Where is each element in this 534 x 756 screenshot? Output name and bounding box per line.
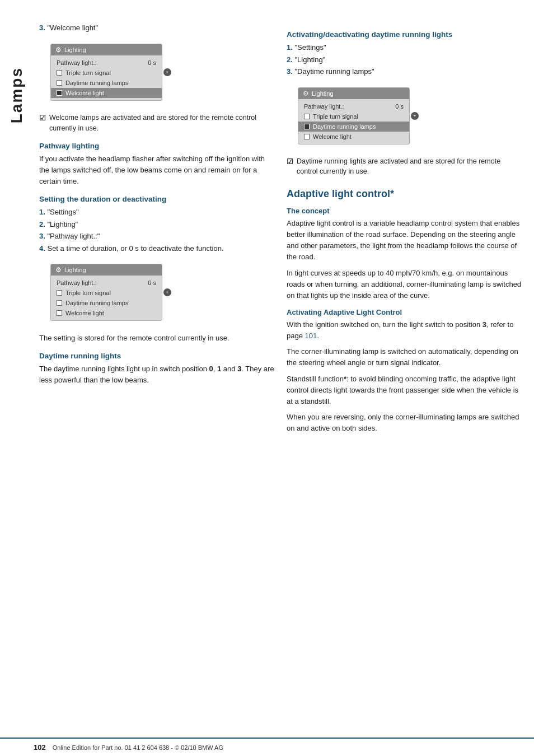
menu3: ⚙ Lighting Pathway light.: 0 s: [298, 87, 410, 144]
act-step2-num: 2.: [287, 55, 293, 64]
menu2-item-2: Daytime running lamps: [51, 298, 162, 308]
menu3-item-2: Daytime running lamps: [298, 122, 409, 132]
concept-heading: The concept: [287, 207, 523, 215]
content-area: 3. "Welcome light" ⚙ Lighting Pathway li…: [34, 0, 534, 756]
standstill-asterisk: *: [344, 375, 346, 383]
step3-num: 3.: [39, 24, 45, 32]
note2-text: The setting is stored for the remote con…: [39, 333, 275, 344]
daytime-text: The daytime running lights light up in s…: [39, 363, 275, 386]
sidebar: Lamps: [0, 0, 34, 756]
note3-block: ☑ Daytime running lights are activated a…: [287, 156, 523, 178]
note1-text: Welcome lamps are activated and are stor…: [49, 113, 275, 134]
pathway-text: If you activate the headlamp flasher aft…: [39, 153, 275, 187]
menu1-checkbox3: [57, 90, 62, 96]
menu2-checkbox2: [57, 300, 62, 306]
step3-text: "Welcome light": [47, 24, 98, 32]
menu2-item3-label: Welcome light: [65, 310, 104, 316]
act-step3-num: 3.: [287, 67, 293, 76]
menu1-title: Lighting: [64, 46, 86, 53]
menu2-wrapper: ⚙ Lighting Pathway light.: 0 s: [39, 258, 162, 326]
note1-block: ☑ Welcome lamps are activated and are st…: [39, 113, 275, 134]
setting-steps: 1. "Settings" 2. "Lighting" 3. "Pathway …: [39, 207, 275, 254]
menu3-item0-value: 0 s: [395, 103, 404, 110]
menu3-wrapper: ⚙ Lighting Pathway light.: 0 s: [287, 82, 410, 150]
menu2-item0-value: 0 s: [148, 279, 156, 286]
sidebar-label: Lamps: [8, 67, 26, 123]
menu2-items: Pathway light.: 0 s Triple turn signal: [51, 276, 162, 320]
note3-text: Daytime running lights are activated and…: [297, 156, 523, 178]
menu1: ⚙ Lighting Pathway light.: 0 s: [50, 44, 162, 101]
menu1-item-3: Welcome light: [51, 88, 162, 98]
menu2-side-btn: +: [163, 288, 171, 296]
menu3-item0-label: Pathway light.:: [304, 103, 344, 110]
menu3-item1-label: Triple turn signal: [313, 113, 358, 120]
menu2-checkbox1: [57, 290, 62, 296]
menu2-title-bar: ⚙ Lighting: [51, 264, 162, 276]
setting-step3: 3. "Pathway light.:": [39, 231, 275, 242]
act-step3-text: "Daytime running lamps": [294, 67, 374, 76]
menu2-item-1: Triple turn signal: [51, 288, 162, 298]
setting-heading: Setting the duration or deactivating: [39, 195, 275, 203]
setting-step2: 2. "Lighting": [39, 219, 275, 230]
menu1-checkbox1: [57, 70, 62, 76]
menu3-checkbox3: [304, 134, 310, 139]
menu1-item-0: Pathway light.: 0 s: [51, 58, 162, 68]
bold-1: 1: [217, 365, 221, 373]
step4-text: Set a time of duration, or 0 s to deacti…: [47, 244, 223, 253]
page-101-link[interactable]: 101: [305, 332, 317, 340]
menu1-item-2: Daytime running lamps: [51, 78, 162, 88]
adaptive-activate-heading: Activating Adaptive Light Control: [287, 308, 523, 316]
menu3-item-3: Welcome light: [298, 132, 409, 142]
menu2: ⚙ Lighting Pathway light.: 0 s: [50, 264, 162, 321]
menu1-items: Pathway light.: 0 s Triple turn signal: [51, 55, 162, 100]
step4-num: 4.: [39, 244, 45, 253]
menu3-item-0: Pathway light.: 0 s: [298, 101, 409, 111]
menu1-item0-value: 0 s: [148, 59, 156, 66]
menu1-item2-label: Daytime running lamps: [65, 80, 129, 86]
menu2-item2-label: Daytime running lamps: [65, 300, 129, 306]
act-step1-text: "Settings": [294, 43, 326, 52]
left-column: 3. "Welcome light" ⚙ Lighting Pathway li…: [39, 22, 275, 745]
step2-num: 2.: [39, 220, 45, 228]
note3-icon: ☑: [287, 156, 293, 167]
menu3-item-1: Triple turn signal: [298, 111, 409, 122]
menu3-title: Lighting: [312, 90, 334, 97]
menu1-wrapper: ⚙ Lighting Pathway light.: 0 s: [39, 38, 162, 106]
pathway-heading: Pathway lighting: [39, 142, 275, 150]
act-step3: 3. "Daytime running lamps": [287, 66, 523, 77]
note1-icon: ☑: [39, 113, 46, 124]
menu3-checkbox1: [304, 114, 310, 119]
page-footer: 102 Online Edition for Part no. 01 41 2 …: [0, 738, 534, 756]
bold-0: 0: [209, 365, 213, 373]
menu1-item3-label: Welcome light: [65, 90, 104, 96]
menu3-checkbox2: [304, 124, 310, 129]
menu1-item-1: Triple turn signal: [51, 68, 162, 78]
menu2-title: Lighting: [64, 267, 86, 273]
activating-steps: 1. "Settings" 2. "Lighting" 3. "Daytime …: [287, 42, 523, 77]
menu1-title-bar: ⚙ Lighting: [51, 44, 162, 55]
act-step2: 2. "Lighting": [287, 54, 523, 66]
menu3-item3-label: Welcome light: [313, 133, 352, 140]
menu3-items: Pathway light.: 0 s Triple turn signal: [298, 99, 409, 144]
setting-step1: 1. "Settings": [39, 207, 275, 218]
daytime-heading: Daytime running lights: [39, 352, 275, 360]
menu2-item0-label: Pathway light.:: [57, 279, 97, 286]
act-step1: 1. "Settings": [287, 42, 523, 53]
bold-3: 3: [237, 365, 241, 373]
menu1-checkbox2: [57, 80, 62, 86]
step3-welcome: 3. "Welcome light": [39, 22, 275, 34]
lighting3-icon: ⚙: [303, 90, 309, 97]
position-3-bold: 3: [483, 320, 486, 329]
lighting2-icon: ⚙: [55, 266, 62, 274]
menu1-item1-label: Triple turn signal: [65, 69, 111, 76]
menu3-side-btn: +: [411, 112, 419, 120]
act-step2-text: "Lighting": [294, 55, 325, 64]
lighting-icon: ⚙: [55, 46, 62, 54]
concept-text1: Adaptive light control is a variable hea…: [287, 218, 523, 263]
adaptive-text4: When you are reversing, only the corner-…: [287, 412, 523, 434]
page-container: Lamps 3. "Welcome light" ⚙ Lighting: [0, 0, 534, 756]
step2-text: "Lighting": [47, 220, 78, 228]
concept-text2: In tight curves at speeds up to 40 mph/7…: [287, 268, 523, 301]
act-step1-num: 1.: [287, 43, 293, 52]
step1-num: 1.: [39, 208, 45, 216]
